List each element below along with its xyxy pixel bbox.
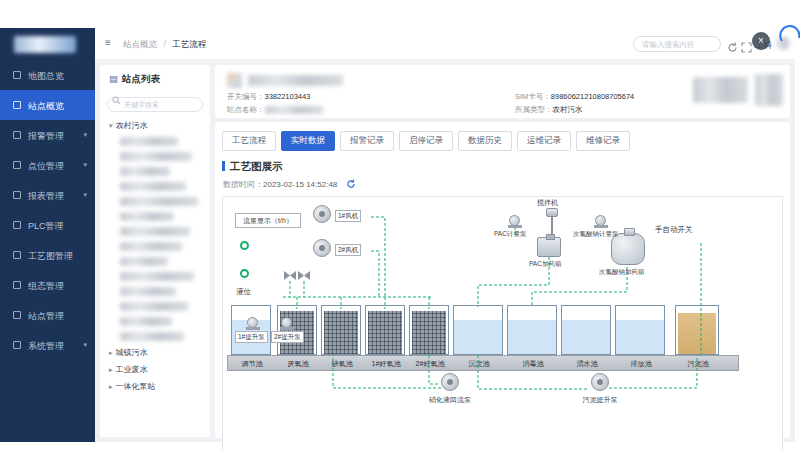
sim-label: SIM卡号： [515,92,551,101]
floating-widget-arc [777,21,800,47]
sidebar-item-label: 系统管理 [28,341,64,351]
site-tree-root[interactable]: ▾农村污水 [109,120,210,131]
menu-icon [13,221,21,229]
tank-label: 缺氧池 [332,359,353,369]
site-group-一体化泵站[interactable]: ▸一体化泵站 [109,381,210,392]
tab-工艺流程[interactable]: 工艺流程 [222,131,276,151]
close-button[interactable]: × [752,32,770,50]
valve-icon [298,271,310,280]
site-search-input[interactable] [107,97,203,112]
flow-display-box: 流量显示（t/h） [235,213,301,228]
breadcrumb: 站点概览 / 工艺流程 [123,39,206,51]
site-tree-item-blurred[interactable] [120,332,184,341]
site-tree-item-blurred[interactable] [120,287,176,296]
sidebar-item-label: 工艺图管理 [28,251,73,261]
station-name-label: 站点名称： [227,105,265,114]
menu-icon [13,191,21,199]
sidebar-item-组态管理[interactable]: 组态管理 [0,270,95,300]
site-tree: ▾农村污水 ▸城镇污水▸工业废水▸一体化泵站 [100,112,210,392]
data-time-value: 2023-02-15 14:52:48 [263,180,337,189]
mixer-label: 搅拌机 [537,198,558,208]
header-qrcode-blurred [755,74,783,106]
lift-pump-1-icon [247,317,258,328]
lift-pump-2-icon [281,317,292,328]
sludge-pump-icon [591,373,609,391]
pac-pump-label: PAC计量泵 [494,230,526,239]
tank-label: 1#好氧池 [372,359,401,369]
site-tree-item-blurred[interactable] [120,242,182,251]
tank-厌氧池 [277,305,317,355]
menu-icon [13,71,21,79]
menu-icon [13,311,21,319]
tab-报警记录[interactable]: 报警记录 [340,131,394,151]
tank-fill [454,320,502,354]
tab-数据历史[interactable]: 数据历史 [458,131,512,151]
sidebar-item-报表管理[interactable]: 报表管理▾ [0,180,95,210]
naclo-pump-icon [595,215,606,226]
site-group-工业废水[interactable]: ▸工业废水 [109,364,210,375]
site-tree-item-blurred[interactable] [120,167,170,176]
tank-调节池 [231,305,271,355]
site-tree-item-blurred[interactable] [120,152,192,161]
station-name-field: 站点名称： [227,105,323,115]
sidebar-item-PLC管理[interactable]: PLC管理 [0,210,95,240]
site-tree-item-blurred[interactable] [120,212,174,221]
tank-沉淀池 [453,305,503,355]
station-type-value: 农村污水 [553,105,583,114]
data-refresh-icon[interactable] [346,182,356,191]
sidebar-item-label: 组态管理 [28,281,64,291]
tank-label: 调节池 [242,359,263,369]
menu-icon [13,161,21,169]
breadcrumb-separator: / [163,39,165,49]
tab-启停记录[interactable]: 启停记录 [399,131,453,151]
tank-platform: 调节池厌氧池缺氧池1#好氧池2#好氧池沉淀池消毒池清水池排放池污泥池 [227,355,739,371]
site-tree-item-blurred[interactable] [120,197,198,206]
fullscreen-icon[interactable] [741,39,752,57]
tab-实时数据[interactable]: 实时数据 [281,131,335,151]
sim-value: 89860621210808705674 [551,92,634,101]
site-tree-item-blurred[interactable] [120,302,188,311]
switch-number-value: 33822103443 [265,92,311,101]
sidebar-collapse-icon[interactable]: ≡ [105,37,111,48]
reflux-pump-icon [441,373,459,391]
sidebar-item-报警管理[interactable]: 报警管理▾ [0,120,95,150]
sidebar-item-站点概览[interactable]: 站点概览 [0,90,95,120]
pac-tank-icon [537,237,561,257]
chevron-down-icon: ▾ [83,150,87,180]
site-tree-item-blurred[interactable] [120,137,178,146]
sidebar-item-label: PLC管理 [28,221,64,231]
sidebar-item-系统管理[interactable]: 系统管理▾ [0,330,95,360]
tank-fill [562,320,610,354]
chevron-down-icon: ▾ [83,330,87,360]
refresh-icon[interactable] [727,39,738,57]
sidebar-item-站点管理[interactable]: 站点管理 [0,300,95,330]
fan-1-icon [313,205,331,223]
site-tree-item-blurred[interactable] [120,227,190,236]
tank-label: 清水池 [577,359,598,369]
tab-运维记录[interactable]: 运维记录 [517,131,571,151]
sidebar-item-点位管理[interactable]: 点位管理▾ [0,150,95,180]
fan-2-label: 2#风机 [335,244,361,256]
station-title-blurred [248,75,343,86]
breadcrumb-parent[interactable]: 站点概览 [123,39,157,49]
search-input[interactable] [633,36,721,52]
sidebar-item-label: 报表管理 [28,191,64,201]
tank-label: 厌氧池 [288,359,309,369]
site-tree-item-blurred[interactable] [120,317,172,326]
site-tree-item-blurred[interactable] [120,257,168,266]
level-label: 液位 [236,287,251,297]
site-tree-item-blurred[interactable] [120,182,186,191]
station-name-blurred [265,106,323,114]
site-group-城镇污水[interactable]: ▸城镇污水 [109,347,210,358]
sludge-pump-label: 污泥提升泵 [583,395,618,405]
fan-2-icon [313,239,331,257]
site-group-label: 工业废水 [116,365,148,374]
sidebar-item-地图总览[interactable]: 地图总览 [0,60,95,90]
site-tree-item-blurred[interactable] [120,272,194,281]
header-extra-blurred [693,77,748,103]
app-root: 地图总览站点概览报警管理▾点位管理▾报表管理▾PLC管理工艺图管理组态管理站点管… [0,0,800,450]
sidebar-item-工艺图管理[interactable]: 工艺图管理 [0,240,95,270]
sim-field: SIM卡号：89860621210808705674 [515,92,634,102]
tab-维修记录[interactable]: 维修记录 [576,131,630,151]
tab-bar: 工艺流程实时数据报警记录启停记录数据历史运维记录维修记录 [215,122,790,151]
